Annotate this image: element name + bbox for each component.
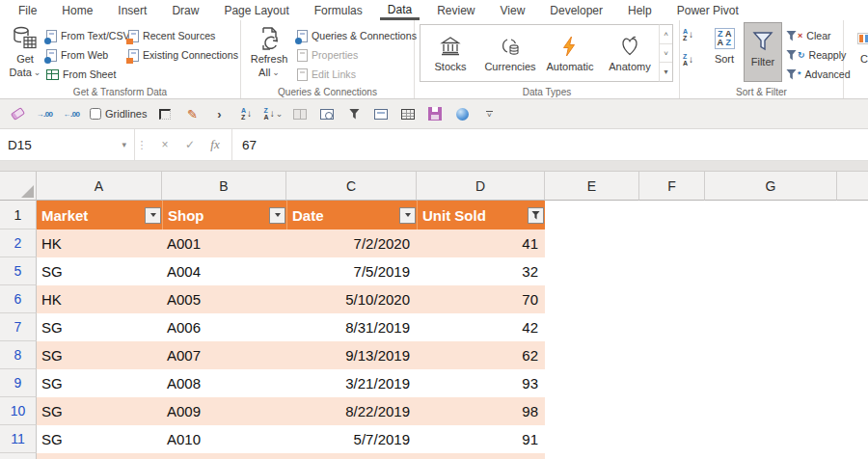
header-cell-unit-sold[interactable]: Unit Sold xyxy=(417,201,545,230)
row-header-1[interactable]: 1 xyxy=(0,201,37,230)
borders-button[interactable] xyxy=(156,105,174,122)
tab-developer[interactable]: Developer xyxy=(542,1,610,20)
row-header[interactable]: 5 xyxy=(0,257,37,285)
save-button[interactable] xyxy=(426,105,444,122)
reapply-filter-button[interactable]: ↻Reapply xyxy=(786,45,844,65)
qat-filter-button[interactable] xyxy=(345,105,363,122)
insert-function-button[interactable]: fx xyxy=(204,137,226,152)
cell-shop[interactable]: A008 xyxy=(162,369,286,397)
cell-market[interactable]: SG xyxy=(37,313,162,341)
qat-sort-ascending-button[interactable]: AZ↓ xyxy=(237,105,255,122)
cell-units[interactable]: 93 xyxy=(417,369,545,397)
tab-data[interactable]: Data xyxy=(380,0,420,20)
cell-date[interactable]: 7/5/2019 xyxy=(286,257,417,285)
cell-date[interactable]: 9/13/2019 xyxy=(286,341,417,369)
cell-date[interactable]: 8/31/2019 xyxy=(286,313,417,341)
empty-cells[interactable] xyxy=(545,230,868,257)
advanced-filter-button[interactable]: *Advanced xyxy=(786,65,844,84)
header-cell-market[interactable]: Market xyxy=(37,201,162,230)
tab-review[interactable]: Review xyxy=(429,1,482,20)
eraser-button[interactable] xyxy=(9,105,26,122)
existing-connections-button[interactable]: Existing Connections xyxy=(128,45,240,65)
tab-view[interactable]: View xyxy=(493,1,533,20)
cancel-button[interactable]: × xyxy=(154,138,176,151)
filter-button[interactable]: Filter xyxy=(744,22,782,82)
empty-cells[interactable] xyxy=(545,285,868,313)
get-data-button[interactable]: Get Data⌄ xyxy=(4,20,46,80)
tab-draw[interactable]: Draw xyxy=(164,1,206,20)
tab-help[interactable]: Help xyxy=(620,1,660,20)
filter-dropdown-shop[interactable] xyxy=(269,207,285,224)
name-box-dropdown-icon[interactable]: ▾ xyxy=(122,140,126,149)
empty-cells[interactable] xyxy=(545,201,868,230)
workbook-button[interactable] xyxy=(291,105,309,122)
cell-date[interactable]: 7/2/2020 xyxy=(286,230,417,257)
cell-market[interactable]: SG xyxy=(37,369,162,397)
header-cell-shop[interactable]: Shop xyxy=(162,201,286,230)
cell-market[interactable]: SG xyxy=(37,257,162,285)
gallery-up-button[interactable]: ˄ xyxy=(660,25,672,44)
from-web-button[interactable]: From Web xyxy=(46,45,129,65)
filter-dropdown-date[interactable] xyxy=(399,207,416,224)
camera-button[interactable] xyxy=(318,105,336,122)
gridlines-checkbox[interactable] xyxy=(90,108,101,120)
tab-formulas[interactable]: Formulas xyxy=(307,1,370,20)
cell-units[interactable]: 41 xyxy=(417,230,545,257)
row-header[interactable]: 6 xyxy=(0,285,37,313)
formula-input[interactable]: 67 xyxy=(232,129,868,160)
enter-button[interactable]: ✓ xyxy=(179,138,201,151)
gallery-more-button[interactable]: ▾ xyxy=(660,63,672,81)
tab-insert[interactable]: Insert xyxy=(110,1,154,20)
from-sheet-button[interactable]: From Sheet xyxy=(46,65,129,84)
select-all-corner[interactable] xyxy=(0,172,37,201)
data-type-currencies[interactable]: Currencies xyxy=(480,25,540,81)
sort-button[interactable]: ZAAZ Sort xyxy=(707,20,742,67)
column-header-e[interactable]: E xyxy=(545,172,639,201)
cell-shop[interactable]: A007 xyxy=(162,341,286,369)
row-header[interactable]: 7 xyxy=(0,313,37,341)
cell-shop[interactable]: A006 xyxy=(162,313,286,341)
cell-shop[interactable]: A004 xyxy=(162,257,286,285)
tab-home[interactable]: Home xyxy=(54,1,100,20)
formula-bar-handle[interactable]: ⋮ xyxy=(135,129,149,160)
empty-cells[interactable] xyxy=(545,369,868,397)
cell-shop[interactable]: A001 xyxy=(162,230,286,257)
cell-units[interactable]: 42 xyxy=(417,313,545,341)
column-header-d[interactable]: D xyxy=(417,172,545,201)
row-header[interactable]: 9 xyxy=(0,369,37,397)
sphere-button[interactable] xyxy=(453,105,471,122)
queries-connections-button[interactable]: Queries & Connections xyxy=(297,26,413,45)
edit-links-button[interactable]: Edit Links xyxy=(297,65,413,84)
name-box[interactable]: D15 ▾ xyxy=(0,129,135,160)
cell-date[interactable]: 5/7/2019 xyxy=(286,425,417,453)
filter-dropdown-unit-sold-active[interactable] xyxy=(528,207,544,224)
cell-shop[interactable]: A005 xyxy=(162,285,286,313)
refresh-all-button[interactable]: Refresh All⌄ xyxy=(245,20,293,80)
column-header-c[interactable]: C xyxy=(286,172,417,201)
cell-date[interactable]: 3/21/2019 xyxy=(286,369,417,397)
qat-table-button[interactable] xyxy=(399,105,417,122)
data-type-automatic[interactable]: Automatic xyxy=(540,25,600,81)
row-header[interactable]: 8 xyxy=(0,341,37,369)
qat-customize-button[interactable]: ˅ xyxy=(480,105,498,122)
empty-cells[interactable] xyxy=(545,313,868,341)
column-header-g[interactable]: G xyxy=(705,172,837,201)
cell-market[interactable]: HK xyxy=(37,285,162,313)
qat-sort-descending-button[interactable]: ZA↓⌄ xyxy=(264,105,282,122)
data-type-anatomy[interactable]: Anatomy xyxy=(600,25,660,81)
cell-market[interactable]: SG xyxy=(37,397,162,425)
gallery-down-button[interactable]: ˅ xyxy=(660,44,672,64)
properties-button[interactable]: Properties xyxy=(297,45,413,65)
cell-units[interactable]: 98 xyxy=(417,397,545,425)
column-header-a[interactable]: A xyxy=(37,172,162,201)
cell-market[interactable]: SG xyxy=(37,341,162,369)
empty-cells[interactable] xyxy=(545,257,868,285)
cell-date[interactable]: 8/22/2019 xyxy=(286,397,417,425)
tab-page-layout[interactable]: Page Layout xyxy=(216,1,296,20)
decrease-decimal-button[interactable]: ←.00 xyxy=(63,105,80,122)
cell-shop[interactable]: A010 xyxy=(162,425,286,453)
filter-dropdown-market[interactable] xyxy=(145,207,161,224)
recent-sources-button[interactable]: Recent Sources xyxy=(128,26,240,45)
format-painter-button[interactable]: ✎ xyxy=(183,105,201,122)
clear-filter-button[interactable]: ×Clear xyxy=(786,26,844,45)
